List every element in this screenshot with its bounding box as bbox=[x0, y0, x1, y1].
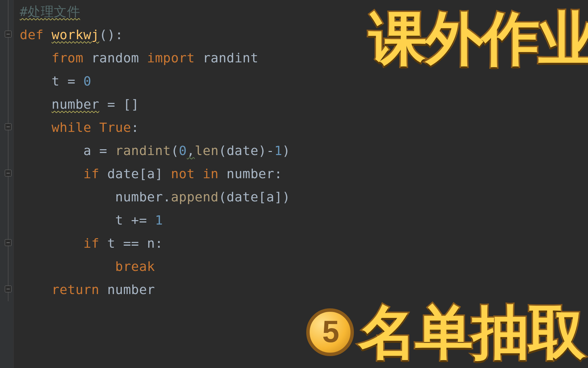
badge-icon: 5 bbox=[306, 308, 354, 356]
gutter-line: − bbox=[0, 116, 13, 139]
code-token: t = bbox=[52, 74, 84, 89]
code-line[interactable]: if date[a] not in number: bbox=[20, 162, 290, 185]
code-token: 0 bbox=[83, 74, 91, 89]
gutter-line: − bbox=[0, 23, 13, 46]
code-token: 1 bbox=[274, 143, 282, 158]
code-token: while bbox=[52, 120, 99, 135]
gutter-line bbox=[0, 0, 13, 23]
gutter-line: − bbox=[0, 278, 13, 301]
code-token: 0 bbox=[179, 143, 187, 158]
code-token: 1 bbox=[155, 213, 163, 228]
gutter-line bbox=[0, 255, 13, 278]
code-token: (date[a]) bbox=[218, 189, 290, 204]
code-token: ( bbox=[171, 143, 179, 158]
code-line[interactable]: from random import randint bbox=[20, 46, 290, 70]
fold-marker-icon[interactable]: − bbox=[5, 286, 12, 292]
gutter-line: − bbox=[0, 162, 13, 185]
code-token: workwj bbox=[52, 27, 99, 42]
code-line[interactable]: while True: bbox=[20, 116, 290, 139]
code-token: def bbox=[20, 27, 52, 42]
code-token: , bbox=[187, 143, 195, 158]
code-token: a = bbox=[83, 143, 115, 158]
code-token: randint bbox=[203, 50, 259, 65]
code-token: #处理文件 bbox=[20, 4, 80, 19]
overlay-title-bottom: 5 名单抽取 bbox=[306, 303, 585, 361]
code-token: random bbox=[91, 50, 147, 65]
fold-marker-icon[interactable]: − bbox=[5, 170, 12, 177]
gutter-line bbox=[0, 70, 13, 93]
gutter-line bbox=[0, 209, 13, 232]
code-line[interactable]: break bbox=[20, 255, 290, 278]
code-token: append bbox=[171, 189, 218, 204]
code-line[interactable]: return number bbox=[20, 278, 290, 301]
code-token: number bbox=[52, 97, 99, 112]
fold-marker-icon[interactable]: − bbox=[5, 123, 12, 130]
code-token: ) bbox=[282, 143, 290, 158]
code-token: number. bbox=[115, 189, 171, 204]
code-line[interactable]: a = randint(0,len(date)-1) bbox=[20, 139, 290, 162]
code-token: if bbox=[83, 236, 107, 251]
code-line[interactable]: def workwj(): bbox=[20, 23, 290, 46]
code-token: randint bbox=[115, 143, 171, 158]
gutter: −−−−− bbox=[0, 0, 14, 368]
code-token: : bbox=[131, 120, 139, 135]
code-line[interactable]: number.append(date[a]) bbox=[20, 185, 290, 209]
code-line[interactable]: t += 1 bbox=[20, 209, 290, 232]
code-line[interactable]: number = [] bbox=[20, 93, 290, 116]
code-token: date[a] bbox=[107, 166, 171, 181]
code-token: from bbox=[52, 50, 92, 65]
code-token: break bbox=[115, 259, 155, 274]
code-token: not in bbox=[171, 166, 227, 181]
fold-marker-icon[interactable]: − bbox=[5, 239, 12, 246]
gutter-line: − bbox=[0, 232, 13, 255]
overlay-title-top: 课外作业 bbox=[369, 10, 588, 67]
code-token: number bbox=[107, 282, 155, 297]
code-line[interactable]: t = 0 bbox=[20, 70, 290, 93]
code-area[interactable]: #处理文件def workwj(): from random import ra… bbox=[14, 0, 290, 368]
code-token: t == n: bbox=[107, 236, 163, 251]
code-token: (): bbox=[99, 27, 123, 42]
code-token: t += bbox=[115, 213, 155, 228]
code-token: len bbox=[195, 143, 218, 158]
gutter-line bbox=[0, 185, 13, 209]
code-token: True bbox=[99, 120, 131, 135]
code-token: import bbox=[147, 50, 203, 65]
gutter-line bbox=[0, 93, 13, 116]
overlay-bottom-text: 名单抽取 bbox=[359, 303, 585, 361]
code-token: = [] bbox=[99, 97, 139, 112]
code-line[interactable]: #处理文件 bbox=[20, 0, 290, 23]
gutter-line bbox=[0, 139, 13, 162]
fold-marker-icon[interactable]: − bbox=[5, 31, 12, 37]
code-token: return bbox=[52, 282, 108, 297]
code-token: number: bbox=[227, 166, 282, 181]
gutter-line bbox=[0, 46, 13, 70]
code-token: (date)- bbox=[219, 143, 275, 158]
code-line[interactable]: if t == n: bbox=[20, 232, 290, 255]
code-token: if bbox=[83, 166, 107, 181]
badge-number: 5 bbox=[322, 316, 338, 347]
